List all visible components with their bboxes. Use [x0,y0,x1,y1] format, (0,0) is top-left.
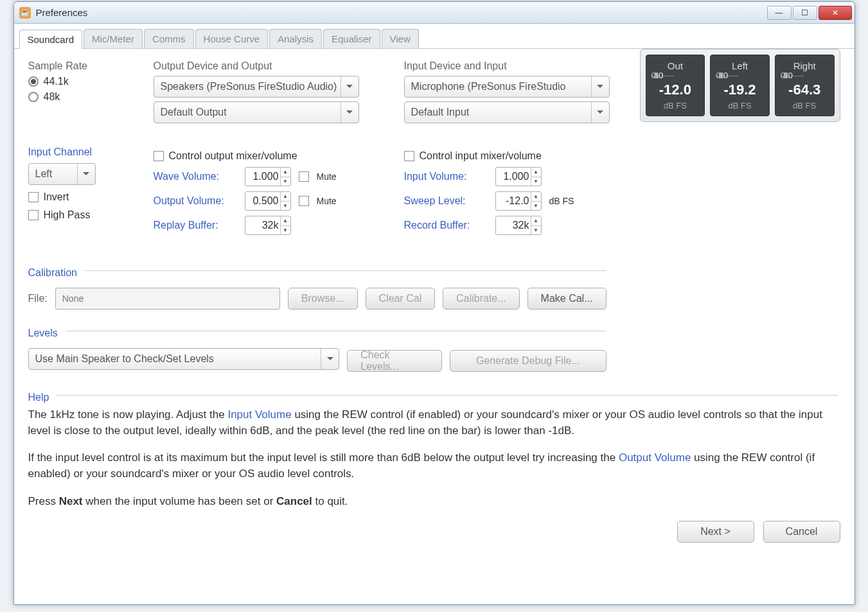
highpass-checkbox[interactable]: High Pass [28,209,134,221]
controls-row: Input Channel Left Invert High Pass Co [28,146,840,235]
input-volume-row: Input Volume: 1.000 ▲▼ [404,167,623,186]
meter-panel-container: Out0-10-20-30-40-50-12.0dB FSLeft0-10-20… [640,49,840,122]
meter-out: Out0-10-20-30-40-50-12.0dB FS [646,55,705,116]
chevron-down-icon [341,76,359,97]
output-volume-input[interactable]: 0.500 ▲▼ [245,191,291,211]
spin-down-icon[interactable]: ▼ [281,226,290,235]
meter-unit: dB FS [728,101,751,110]
output-channel-select[interactable]: Default Output [154,101,359,123]
mute-label: Mute [317,196,337,206]
wave-volume-input[interactable]: 1.000 ▲▼ [245,167,291,186]
spin-up-icon[interactable]: ▲ [281,192,290,202]
maximize-button[interactable]: ☐ [793,6,817,20]
close-button[interactable]: ✕ [819,6,852,20]
select-value: Use Main Speaker to Check/Set Levels [35,353,214,365]
meter-panel: Out0-10-20-30-40-50-12.0dB FSLeft0-10-20… [640,49,840,122]
input-volume-link[interactable]: Input Volume [227,408,291,421]
help-paragraph-2: If the input level control is at its max… [28,450,838,482]
wave-mute-checkbox[interactable] [299,171,309,182]
sample-rate-group: Sample Rate 44.1k 48k [28,60,134,127]
check-levels-button[interactable]: Check Levels... [347,350,442,372]
chevron-down-icon [591,76,609,97]
tab-house-curve[interactable]: House Curve [195,29,269,48]
meter-right: Right0-10-20-30-40-50-64.3dB FS [775,55,835,116]
radio-label: 44.1k [44,76,69,87]
checkbox-label: Control output mixer/volume [169,150,297,162]
record-buffer-label: Record Buffer: [404,220,488,231]
tab-comms[interactable]: Comms [144,29,194,48]
checkbox-label: Invert [44,191,69,203]
spin-up-icon[interactable]: ▲ [531,168,541,177]
input-volume-input[interactable]: 1.000 ▲▼ [495,167,542,186]
calibrate-button[interactable]: Calibrate... [443,288,519,310]
output-volume-link[interactable]: Output Volume [619,451,691,464]
browse-button[interactable]: Browse... [288,288,358,310]
spin-up-icon[interactable]: ▲ [281,168,290,177]
radio-icon [28,76,39,87]
levels-fieldset: Levels Use Main Speaker to Check/Set Lev… [28,328,607,374]
make-cal-button[interactable]: Make Cal... [527,288,607,310]
sample-rate-48[interactable]: 48k [28,91,134,103]
output-volume-label: Output Volume: [154,195,237,207]
spin-value: 32k [513,220,529,231]
radio-icon [28,92,39,102]
tab-view[interactable]: View [382,29,419,48]
levels-select[interactable]: Use Main Speaker to Check/Set Levels [28,348,340,370]
input-mixer-checkbox[interactable]: Control input mixer/volume [404,150,623,162]
invert-checkbox[interactable]: Invert [28,191,134,203]
checkbox-icon [28,210,39,220]
checkbox-icon [154,151,164,161]
checkbox-label: Control input mixer/volume [420,150,542,162]
help-fieldset: Help The 1kHz tone is now playing. Adjus… [28,392,838,509]
sweep-level-label: Sweep Level: [404,195,488,207]
output-device-select[interactable]: Speakers (PreSonus FireStudio Audio) [154,76,359,98]
clear-cal-button[interactable]: Clear Cal [366,288,436,310]
input-channel-select[interactable]: Default Input [404,101,610,123]
record-buffer-input[interactable]: 32k ▲▼ [495,216,542,235]
spin-down-icon[interactable]: ▼ [281,177,290,186]
output-controls: Control output mixer/volume Wave Volume:… [154,146,385,235]
radio-label: 48k [44,91,60,103]
next-button[interactable]: Next > [677,521,754,543]
help-paragraph-1: The 1kHz tone is now playing. Adjust the… [28,407,838,439]
spin-down-icon[interactable]: ▼ [531,177,541,186]
output-mute-checkbox[interactable] [299,196,309,206]
titlebar[interactable]: ☕ Preferences — ☐ ✕ [14,2,855,24]
input-device-select[interactable]: Microphone (PreSonus FireStudio [404,76,610,98]
sweep-level-input[interactable]: -12.0 ▲▼ [495,191,542,211]
divider [57,395,837,396]
minimize-button[interactable]: — [767,6,792,20]
sample-rate-441[interactable]: 44.1k [28,76,134,87]
help-legend: Help [28,392,49,403]
spin-down-icon[interactable]: ▼ [531,226,541,235]
divider [85,270,607,271]
spin-up-icon[interactable]: ▲ [531,216,541,226]
tab-analysis[interactable]: Analysis [269,29,322,48]
tab-bar: Soundcard Mic/Meter Comms House Curve An… [14,24,855,49]
tab-mic-meter[interactable]: Mic/Meter [84,29,143,48]
generate-debug-button[interactable]: Generate Debug File... [450,350,606,372]
spin-up-icon[interactable]: ▲ [531,192,541,202]
tab-equaliser[interactable]: Equaliser [323,29,380,48]
spin-up-icon[interactable]: ▲ [281,216,290,226]
spin-value: 1.000 [503,171,529,182]
checkbox-icon [28,192,39,202]
spin-down-icon[interactable]: ▼ [281,202,290,211]
input-channel-select[interactable]: Left [28,163,96,185]
window-controls: — ☐ ✕ [766,6,852,20]
meter-value: -64.3 [788,82,820,98]
input-controls: Control input mixer/volume Input Volume:… [404,146,623,235]
spin-value: -12.0 [506,195,529,207]
select-value: Left [35,168,53,180]
replay-buffer-input[interactable]: 32k ▲▼ [245,216,291,235]
meter-name: Out [668,60,683,71]
sweep-level-row: Sweep Level: -12.0 ▲▼ dB FS [404,191,623,211]
dialog-buttons: Next > Cancel [28,521,840,543]
cal-file-field[interactable]: None [55,288,280,310]
output-mixer-checkbox[interactable]: Control output mixer/volume [154,150,385,162]
cancel-button[interactable]: Cancel [763,521,840,543]
spin-down-icon[interactable]: ▼ [531,202,541,211]
tab-soundcard[interactable]: Soundcard [19,30,83,49]
tick: -50 [781,71,804,80]
select-value: Speakers (PreSonus FireStudio Audio) [161,81,337,92]
